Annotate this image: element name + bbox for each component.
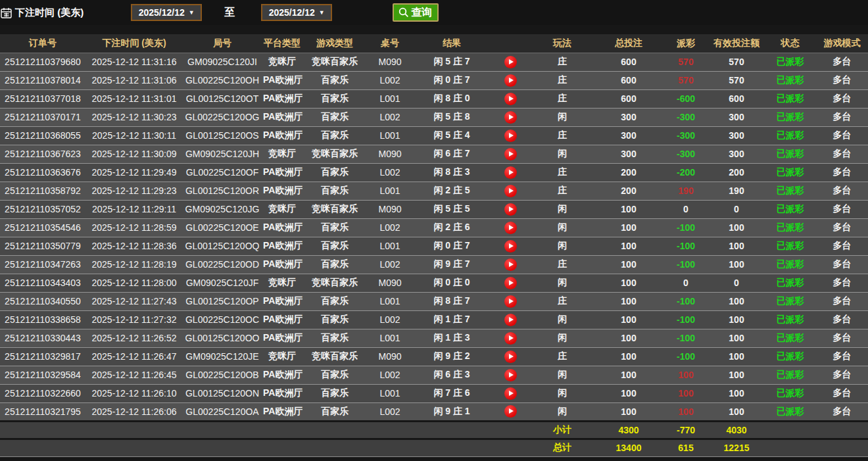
column-header: 下注时间 (美东) xyxy=(85,34,183,53)
play-video-icon[interactable] xyxy=(504,185,517,197)
play-video-icon[interactable] xyxy=(504,314,517,326)
cell-video xyxy=(491,89,530,108)
cell-total-bet: 300 xyxy=(594,126,663,145)
play-video-icon[interactable] xyxy=(504,369,517,381)
cell-round-id: GL00225C120OC xyxy=(183,310,262,329)
column-header-empty xyxy=(491,34,530,53)
play-video-icon[interactable] xyxy=(504,295,517,308)
cell-game-type: 百家乐 xyxy=(302,182,367,200)
cell-platform-type: 竞咪厅 xyxy=(262,53,302,71)
cell-bet-time: 2025-12-12 11:29:23 xyxy=(85,182,183,200)
cell-video xyxy=(491,145,530,163)
cell-round-id: GM09025C120JG xyxy=(183,200,262,218)
cell-payout: 100 xyxy=(663,402,709,421)
date-to-value: 2025/12/12 xyxy=(269,7,315,18)
cell-game-type: 竞咪百家乐 xyxy=(302,347,367,366)
cell-game-type: 百家乐 xyxy=(302,255,367,274)
cell-table-no: L001 xyxy=(367,89,413,108)
cell-result: 闲 8 庄 7 xyxy=(413,292,491,310)
cell-video xyxy=(491,200,530,218)
cell-valid-bet: 600 xyxy=(709,89,764,108)
play-video-icon[interactable] xyxy=(504,74,517,87)
cell-game-mode: 多台 xyxy=(816,274,868,292)
cell-payout: -100 xyxy=(663,255,709,274)
cell-play-type: 闲 xyxy=(530,310,594,329)
cell-play-type: 庄 xyxy=(530,292,594,310)
play-video-icon[interactable] xyxy=(504,222,517,234)
cell-result: 闲 8 庄 3 xyxy=(413,163,491,182)
play-video-icon[interactable] xyxy=(504,56,517,68)
cell-payout: 190 xyxy=(663,182,709,200)
date-from-select[interactable]: 2025/12/12 ▼ xyxy=(131,4,202,21)
cell-payout: -100 xyxy=(663,218,709,237)
cell-play-type: 庄 xyxy=(530,53,594,71)
cell-order-id: 251212110377018 xyxy=(0,89,85,108)
table-row: 2512121103295842025-12-12 11:26:45GL0022… xyxy=(0,366,868,384)
cell-play-type: 闲 xyxy=(530,218,594,237)
play-video-icon[interactable] xyxy=(504,93,517,105)
cell-table-no: L002 xyxy=(367,71,413,89)
cell-platform-type: PA欧洲厅 xyxy=(262,126,302,145)
cell-payout: 100 xyxy=(663,384,709,402)
cell-game-type: 百家乐 xyxy=(302,126,367,145)
cell-play-type: 闲 xyxy=(530,274,594,292)
cell-valid-bet: 570 xyxy=(709,53,764,71)
play-video-icon[interactable] xyxy=(504,130,517,142)
cell-total-bet: 100 xyxy=(594,218,663,237)
play-video-icon[interactable] xyxy=(504,405,517,418)
cell-result: 闲 9 庄 2 xyxy=(413,347,491,366)
cell-platform-type: PA欧洲厅 xyxy=(262,237,302,255)
play-video-icon[interactable] xyxy=(504,166,517,179)
summary-empty xyxy=(816,421,868,439)
cell-bet-time: 2025-12-12 11:26:45 xyxy=(85,366,183,384)
play-video-icon[interactable] xyxy=(504,332,517,345)
play-video-icon[interactable] xyxy=(504,351,517,363)
play-video-icon[interactable] xyxy=(504,277,517,289)
cell-payout: -200 xyxy=(663,163,709,182)
cell-valid-bet: 100 xyxy=(709,366,764,384)
cell-valid-bet: 300 xyxy=(709,145,764,163)
cell-table-no: L001 xyxy=(367,384,413,402)
cell-video xyxy=(491,402,530,421)
play-video-icon[interactable] xyxy=(504,148,517,160)
play-video-icon[interactable] xyxy=(504,387,517,400)
cell-order-id: 251212110343403 xyxy=(0,274,85,292)
cell-total-bet: 100 xyxy=(594,274,663,292)
cell-valid-bet: 100 xyxy=(709,329,764,347)
summary-total-bet: 13400 xyxy=(594,439,663,456)
cell-game-mode: 多台 xyxy=(816,89,868,108)
cell-total-bet: 600 xyxy=(594,53,663,71)
cell-table-no: L001 xyxy=(367,126,413,145)
cell-status: 已派彩 xyxy=(764,163,816,182)
cell-bet-time: 2025-12-12 11:26:47 xyxy=(85,347,183,366)
cell-valid-bet: 100 xyxy=(709,384,764,402)
cell-play-type: 闲 xyxy=(530,145,594,163)
cell-round-id: GL00225C120OG xyxy=(183,108,262,126)
column-header: 状态 xyxy=(764,34,816,53)
play-video-icon[interactable] xyxy=(504,258,517,271)
cell-platform-type: PA欧洲厅 xyxy=(262,366,302,384)
play-video-icon[interactable] xyxy=(504,111,517,124)
cell-platform-type: 竞咪厅 xyxy=(262,274,302,292)
cell-result: 闲 7 庄 6 xyxy=(413,384,491,402)
cell-payout: 100 xyxy=(663,366,709,384)
cell-payout: 570 xyxy=(663,53,709,71)
cell-valid-bet: 190 xyxy=(709,182,764,200)
cell-order-id: 251212110379680 xyxy=(0,53,85,71)
table-row: 2512121103405502025-12-12 11:27:43GL0012… xyxy=(0,292,868,310)
cell-game-mode: 多台 xyxy=(816,329,868,347)
date-to-select[interactable]: 2025/12/12 ▼ xyxy=(261,4,332,21)
cell-payout: 0 xyxy=(663,200,709,218)
play-video-icon[interactable] xyxy=(504,240,517,253)
cell-payout: -100 xyxy=(663,237,709,255)
cell-video xyxy=(491,384,530,402)
cell-result: 闲 6 庄 3 xyxy=(413,366,491,384)
cell-bet-time: 2025-12-12 11:29:49 xyxy=(85,163,183,182)
table-row: 2512121103780142025-12-12 11:31:06GL0022… xyxy=(0,71,868,89)
query-button[interactable]: 查询 xyxy=(393,3,439,22)
cell-game-mode: 多台 xyxy=(816,126,868,145)
cell-order-id: 251212110363676 xyxy=(0,163,85,182)
cell-status: 已派彩 xyxy=(764,402,816,421)
play-video-icon[interactable] xyxy=(504,203,517,216)
cell-status: 已派彩 xyxy=(764,347,816,366)
